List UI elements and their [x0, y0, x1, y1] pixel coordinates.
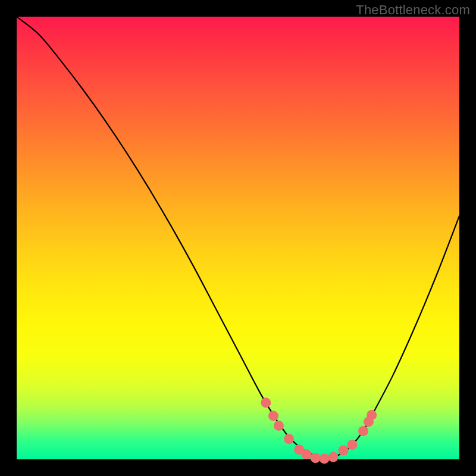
- chart-svg: [17, 17, 459, 459]
- plot-area: [17, 17, 459, 459]
- marker-dot: [367, 410, 377, 420]
- marker-dot: [311, 453, 321, 463]
- marker-dot: [284, 434, 294, 444]
- marker-dot: [268, 411, 278, 421]
- marker-dot: [302, 449, 312, 459]
- marker-group: [261, 397, 377, 464]
- watermark-text: TheBottleneck.com: [356, 2, 470, 18]
- chart-frame: TheBottleneck.com: [0, 0, 476, 476]
- bottleneck-curve: [17, 17, 459, 459]
- marker-dot: [320, 453, 330, 464]
- marker-dot: [274, 421, 284, 431]
- marker-dot: [339, 446, 349, 456]
- marker-dot: [358, 426, 368, 436]
- marker-dot: [261, 397, 271, 408]
- marker-dot: [328, 452, 338, 462]
- marker-dot: [347, 440, 357, 450]
